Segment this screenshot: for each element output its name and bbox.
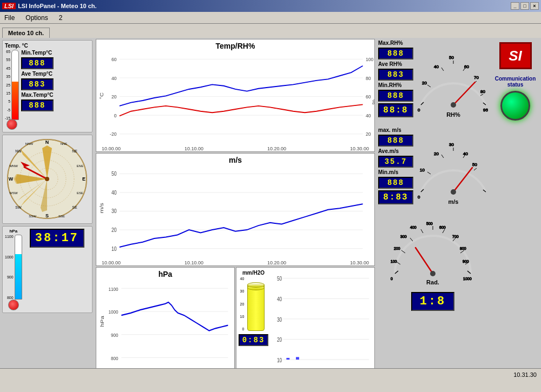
ms-x0: 10.00.00	[102, 260, 121, 265]
wind-min-lcd: 888	[378, 177, 413, 189]
svg-text:900: 900	[463, 260, 469, 263]
baro-bulb	[8, 300, 19, 310]
rh-time-lcd: 88:8	[378, 103, 413, 117]
wind-values: max. m/s 888 Ave.m/s 35.7 Min.m/s 888 8:…	[378, 127, 413, 204]
svg-line-137	[415, 248, 433, 274]
svg-text:40: 40	[111, 75, 117, 81]
comm-label: Communication status	[492, 76, 539, 88]
svg-rect-79	[296, 357, 299, 360]
svg-text:100: 100	[391, 260, 397, 263]
menu-bar: File Options 2	[0, 12, 541, 24]
rain-cylinder-section: mm/H2O 403020100	[239, 270, 268, 376]
svg-text:600: 600	[439, 225, 446, 229]
svg-text:10: 10	[277, 357, 282, 363]
wind-max-label: max. m/s	[378, 127, 413, 133]
svg-text:1100: 1100	[109, 286, 118, 292]
status-bar: 10.31.30	[0, 368, 541, 380]
svg-text:hPa: hPa	[100, 316, 105, 327]
svg-text:0: 0	[114, 112, 117, 118]
hpa-chart-svg: 1100 1000 900 800 hPa	[96, 281, 234, 373]
maximize-button[interactable]: □	[520, 2, 529, 10]
svg-text:300: 300	[400, 235, 407, 238]
hpa-section: hPa 11001000900800 38:17	[2, 226, 93, 313]
tab-meteo[interactable]: Meteo 10 ch.	[2, 28, 50, 38]
svg-text:S: S	[45, 213, 49, 218]
temp-ave-label: Ave Temp°C	[21, 71, 53, 77]
temp-max-label: Max.Temp°C	[21, 92, 53, 98]
svg-text:800: 800	[111, 355, 118, 361]
title-bar-buttons[interactable]: _ □ ×	[511, 2, 539, 10]
svg-line-103	[441, 155, 444, 158]
svg-text:ESE: ESE	[77, 191, 83, 195]
status-time: 10.31.30	[513, 371, 537, 378]
rh-gauge-svg: 0 20 40 50 60	[415, 40, 491, 124]
hpa-scale: 11001000900800	[5, 235, 14, 300]
thermometer-tube	[11, 50, 19, 120]
svg-line-127	[443, 229, 445, 233]
svg-text:400: 400	[410, 225, 417, 229]
ms-x3: 10.30.00	[350, 260, 369, 265]
svg-text:80: 80	[366, 75, 371, 81]
far-right-column: SI Communication status	[490, 38, 541, 380]
svg-line-109	[474, 168, 477, 170]
svg-text:40: 40	[111, 189, 117, 196]
svg-line-101	[427, 172, 431, 174]
rh-min-label: Min.RH%	[378, 82, 413, 88]
rh-gauge: 0 20 40 50 60	[415, 40, 491, 125]
svg-text:0: 0	[418, 108, 420, 112]
svg-text:30: 30	[277, 316, 282, 322]
ms-chart-title: m/s	[96, 154, 374, 167]
ms-x1: 10.10.00	[184, 260, 203, 265]
minimize-button[interactable]: _	[511, 2, 519, 10]
svg-text:96: 96	[483, 108, 488, 112]
temp-x0: 10.00.00	[102, 146, 121, 151]
thermometer-bulb	[6, 119, 17, 130]
svg-line-117	[397, 262, 400, 264]
thermometer-fill	[12, 82, 18, 119]
rain-chart-area: 50 40 30 20 10 10.00.00 10.30.00	[270, 270, 372, 376]
svg-line-121	[410, 238, 413, 241]
svg-text:500: 500	[426, 222, 433, 225]
svg-point-113	[451, 189, 456, 195]
svg-text:NNE: NNE	[61, 142, 68, 145]
svg-text:0: 0	[418, 195, 420, 200]
baro-tube	[15, 235, 22, 300]
svg-text:°C: °C	[99, 92, 104, 99]
svg-text:ENE: ENE	[77, 164, 83, 168]
svg-text:700: 700	[452, 235, 459, 238]
main-content: Temp. °C 6555453525155-5-15	[0, 38, 541, 380]
temp-ave-lcd: 883	[21, 78, 53, 90]
svg-text:200: 200	[394, 247, 400, 250]
rain-title: mm/H2O	[242, 270, 265, 276]
temp-chart-svg: 60 40 20 0 -20 100 80 60 40 20 °C %	[96, 52, 374, 146]
svg-rect-78	[286, 358, 289, 360]
svg-text:1000: 1000	[109, 309, 118, 315]
temp-max-lcd: 888	[21, 99, 53, 111]
menu-options[interactable]: Options	[23, 13, 50, 23]
tab-bar: Meteo 10 ch.	[0, 24, 541, 38]
svg-text:20: 20	[422, 81, 427, 85]
svg-text:60: 60	[111, 57, 117, 63]
menu-2[interactable]: 2	[57, 13, 65, 23]
temp-x3: 10.30.00	[350, 146, 369, 151]
wind-gauge-svg: 0 10 20 30 40 50	[415, 127, 491, 211]
rain-cylinder	[245, 277, 267, 331]
svg-text:20: 20	[111, 227, 117, 233]
close-button[interactable]: ×	[530, 2, 539, 10]
temp-scale: 6555453525155-5-15	[5, 50, 10, 120]
ms-chart-box: m/s 50 40 30 20 10 m/s	[96, 153, 375, 266]
svg-text:E: E	[82, 176, 85, 182]
wind-rose-section: N S W E NW NE SW SE WNW ENE WSW ESE SSW …	[2, 135, 93, 224]
rh-max-label: Max.RH%	[378, 40, 413, 46]
right-column: Max.RH% 888 Ave RH% 883 Min.RH% 888 88:8	[376, 38, 490, 380]
svg-text:NNW: NNW	[25, 142, 34, 145]
menu-file[interactable]: File	[2, 13, 17, 23]
wind-section: max. m/s 888 Ave.m/s 35.7 Min.m/s 888 8:…	[378, 127, 487, 212]
rh-max-lcd: 888	[378, 48, 413, 59]
svg-text:800: 800	[460, 247, 466, 250]
title-bar-text: LSI InfoPanel - Meteo 10 ch.	[18, 3, 96, 9]
temp-chart-x-labels: 10.00.00 10.10.00 10.20.00 10.30.00	[96, 146, 374, 151]
radiation-section: 0 100 200 300 400 500 600 700 80	[378, 214, 487, 311]
svg-text:SW: SW	[15, 205, 22, 209]
svg-text:m/s: m/s	[98, 203, 104, 214]
